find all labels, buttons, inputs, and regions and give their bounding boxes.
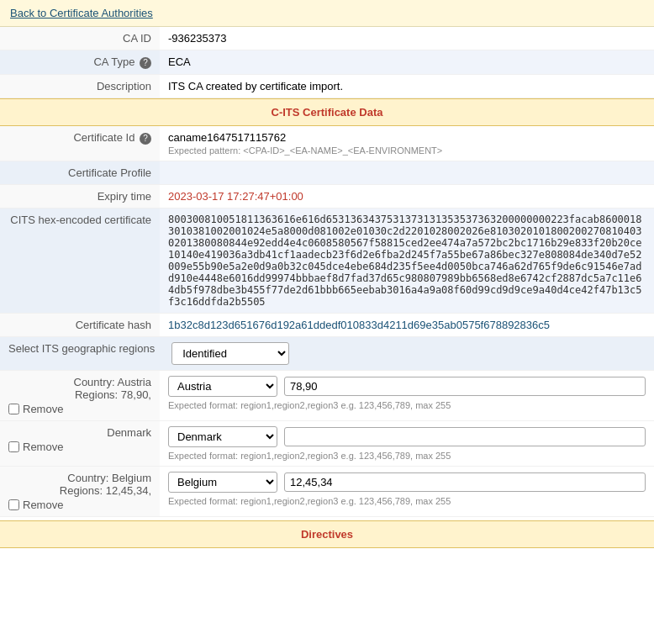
back-link[interactable]: Back to Certificate Authorities — [10, 7, 153, 19]
austria-inputs: Austria Belgium Denmark — [168, 376, 646, 397]
cert-profile-value — [160, 161, 654, 185]
austria-country-label: Country: Austria — [8, 376, 151, 388]
cert-id-cell: caname1647517115762 Expected pattern: <C… — [160, 126, 654, 161]
denmark-right-cell: Denmark Austria Belgium Expected format:… — [160, 421, 654, 467]
directives-header: Directives — [0, 520, 654, 548]
geo-identified-cell: Identified — [163, 337, 654, 371]
hex-cert-value: 80030081005181136361​6e616d6531363437531… — [160, 209, 654, 314]
cert-id-row: Certificate Id ? caname1647517115762 Exp… — [0, 126, 654, 161]
austria-row: Country: Austria Regions: 78,90, Remove … — [0, 371, 654, 421]
austria-region-table: Country: Austria Regions: 78,90, Remove … — [0, 371, 654, 421]
ca-type-label: CA Type ? — [0, 50, 160, 75]
denmark-inputs: Denmark Austria Belgium — [168, 426, 646, 447]
denmark-remove-checkbox[interactable] — [8, 441, 19, 452]
expiry-label: Expiry time — [0, 185, 160, 209]
geo-header-row: Select ITS geographic regions Identified — [0, 337, 654, 371]
cert-profile-label: Certificate Profile — [0, 161, 160, 185]
denmark-country-select[interactable]: Denmark Austria Belgium — [168, 426, 277, 447]
denmark-remove-label: Remove — [23, 441, 63, 453]
denmark-row: Denmark Remove Denmark Austria Belgium E… — [0, 421, 654, 467]
cert-profile-row: Certificate Profile — [0, 161, 654, 185]
cert-id-label: Certificate Id ? — [0, 126, 160, 161]
cert-data-table: Certificate Id ? caname1647517115762 Exp… — [0, 126, 654, 337]
ca-type-help-icon[interactable]: ? — [140, 57, 151, 69]
ca-id-value: -936235373 — [160, 27, 654, 50]
belgium-inputs: Belgium Austria Denmark — [168, 472, 646, 493]
belgium-regions-label: Regions: 12,45,34, — [8, 484, 151, 497]
austria-remove-checkbox[interactable] — [8, 404, 19, 414]
ca-type-row: CA Type ? ECA — [0, 50, 654, 75]
page-wrapper: Back to Certificate Authorities CA ID -9… — [0, 0, 654, 548]
denmark-hint: Expected format: region1,region2,region3… — [168, 451, 646, 461]
belgium-country-select[interactable]: Belgium Austria Denmark — [168, 472, 277, 493]
cert-section-header: C-ITS Certificate Data — [0, 98, 654, 126]
hex-cert-label: CITS hex-encoded certificate — [0, 209, 160, 314]
denmark-label: Denmark Remove — [0, 421, 160, 467]
belgium-remove-checkbox[interactable] — [8, 499, 19, 510]
belgium-remove-row: Remove — [8, 499, 151, 511]
austria-country-select[interactable]: Austria Belgium Denmark — [168, 376, 277, 397]
austria-region-input[interactable] — [284, 377, 646, 396]
belgium-label: Country: Belgium Regions: 12,45,34, Remo… — [0, 467, 160, 517]
expiry-value: 2023-03-17 17:27:47+01:00 — [160, 185, 654, 209]
back-row: Back to Certificate Authorities — [0, 0, 654, 27]
hex-cert-row: CITS hex-encoded certificate 80030081005… — [0, 209, 654, 314]
belgium-remove-label: Remove — [23, 499, 63, 511]
description-row: Description ITS CA created by certificat… — [0, 75, 654, 98]
denmark-region-table: Denmark Remove Denmark Austria Belgium E… — [0, 421, 654, 467]
ca-type-value: ECA — [160, 50, 654, 75]
description-value: ITS CA created by certificate import. — [160, 75, 654, 98]
denmark-remove-row: Remove — [8, 441, 151, 453]
basic-info-table: CA ID -936235373 CA Type ? ECA Descripti… — [0, 27, 654, 98]
austria-hint: Expected format: region1,region2,region3… — [168, 400, 646, 410]
belgium-row: Country: Belgium Regions: 12,45,34, Remo… — [0, 467, 654, 517]
austria-remove-label: Remove — [23, 403, 63, 415]
description-label: Description — [0, 75, 160, 98]
belgium-right-cell: Belgium Austria Denmark Expected format:… — [160, 467, 654, 517]
austria-right-cell: Austria Belgium Denmark Expected format:… — [160, 371, 654, 421]
belgium-country-label: Country: Belgium — [8, 472, 151, 484]
identified-select[interactable]: Identified — [171, 342, 289, 365]
expiry-row: Expiry time 2023-03-17 17:27:47+01:00 — [0, 185, 654, 209]
austria-remove-row: Remove — [8, 403, 151, 415]
cert-hash-label: Certificate hash — [0, 314, 160, 337]
geo-header-table: Select ITS geographic regions Identified — [0, 337, 654, 371]
belgium-region-input[interactable] — [284, 472, 646, 492]
belgium-region-table: Country: Belgium Regions: 12,45,34, Remo… — [0, 467, 654, 517]
geo-header-label: Select ITS geographic regions — [0, 337, 163, 371]
cert-hash-row: Certificate hash 1b32c8d123d651676d192a6… — [0, 314, 654, 337]
denmark-country-label: Denmark — [8, 426, 151, 439]
austria-regions-label: Regions: 78,90, — [8, 388, 151, 401]
ca-id-label: CA ID — [0, 27, 160, 50]
belgium-hint: Expected format: region1,region2,region3… — [168, 496, 646, 506]
cert-id-hint: Expected pattern: <CPA-ID>_<EA-NAME>_<EA… — [168, 145, 646, 156]
denmark-region-input[interactable] — [284, 427, 646, 446]
cert-id-value: caname1647517115762 — [168, 131, 646, 144]
cert-id-help-icon[interactable]: ? — [140, 133, 151, 145]
ca-id-row: CA ID -936235373 — [0, 27, 654, 50]
austria-label: Country: Austria Regions: 78,90, Remove — [0, 371, 160, 421]
cert-hash-value: 1b32c8d123d651676d192a61ddedf010833d4211… — [160, 314, 654, 337]
